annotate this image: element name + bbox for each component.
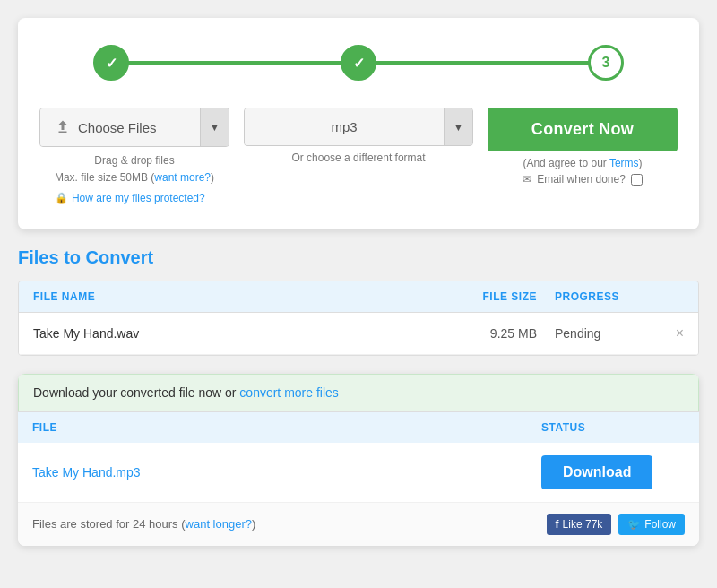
table-row: Take My Hand.wav 9.25 MB Pending × — [19, 313, 698, 355]
want-more-link[interactable]: want more? — [154, 171, 211, 184]
file-info: Drag & drop files Max. file size 50MB (w… — [55, 152, 214, 208]
lock-icon: 🔒 — [55, 190, 68, 207]
download-table-header: FILE STATUS — [18, 411, 699, 443]
title-accent: Convert — [86, 247, 154, 267]
format-select-wrapper: ▼ — [244, 108, 473, 146]
drag-drop-text: Drag & drop files — [55, 152, 214, 169]
files-table: FILE NAME FILE SIZE PROGRESS Take My Han… — [18, 281, 699, 356]
files-to-convert-section: Files to Convert FILE NAME FILE SIZE PRO… — [18, 247, 699, 356]
download-btn-label: Download — [563, 464, 631, 480]
download-file-link[interactable]: Take My Hand.mp3 — [32, 465, 141, 480]
file-name-cell: Take My Hand.wav — [33, 326, 456, 341]
step-1: ✓ — [93, 45, 129, 81]
download-button[interactable]: Download — [541, 455, 652, 489]
title-prefix: Files to — [18, 247, 86, 267]
download-notice: Download your converted file now or conv… — [18, 374, 699, 411]
convert-group: Convert Now (And agree to our Terms) ✉ E… — [488, 108, 678, 186]
format-dropdown-button[interactable]: ▼ — [444, 108, 472, 145]
twitter-follow-button[interactable]: 🐦 Follow — [618, 514, 685, 535]
terms-row: (And agree to our Terms) — [523, 157, 642, 169]
choose-files-button[interactable]: Choose Files — [40, 108, 200, 146]
converter-card: ✓ ✓ 3 Choose Files ▼ — [18, 18, 699, 229]
download-card: Download your converted file now or conv… — [18, 374, 699, 546]
step-line-1 — [127, 61, 342, 65]
step-line-2 — [375, 61, 590, 65]
storage-close: ) — [252, 517, 255, 531]
choose-files-wrapper: Choose Files ▼ — [39, 108, 229, 147]
step-2: ✓ — [341, 45, 376, 81]
files-section-title: Files to Convert — [18, 247, 699, 268]
convert-more-link[interactable]: convert more files — [239, 385, 338, 400]
step-3-label: 3 — [602, 55, 610, 71]
header-file: FILE — [32, 421, 541, 434]
upload-icon — [55, 119, 71, 135]
step-1-label: ✓ — [106, 55, 117, 72]
file-progress-cell: Pending — [537, 326, 662, 341]
fb-icon: f — [556, 518, 559, 531]
email-row: ✉ Email when done? — [523, 173, 643, 186]
email-icon: ✉ — [523, 173, 531, 186]
security-row: 🔒 How are my files protected? — [55, 190, 214, 207]
tw-follow-label: Follow — [644, 518, 676, 531]
format-group: ▼ Or choose a different format — [244, 108, 473, 164]
converter-row: Choose Files ▼ Drag & drop files Max. fi… — [39, 108, 678, 208]
want-longer-link[interactable]: want longer? — [186, 517, 252, 531]
header-file-name: FILE NAME — [33, 290, 456, 303]
step-3: 3 — [588, 45, 624, 81]
terms-link[interactable]: Terms — [609, 157, 639, 169]
download-status-cell: Download — [541, 455, 685, 489]
file-progress: Pending — [555, 326, 600, 341]
format-input[interactable] — [245, 108, 444, 145]
files-table-header: FILE NAME FILE SIZE PROGRESS — [19, 281, 698, 313]
social-buttons: f Like 77k 🐦 Follow — [547, 514, 685, 535]
fb-like-label: Like 77k — [563, 518, 603, 531]
terms-prefix: (And agree to our — [523, 157, 609, 169]
format-dropdown-arrow-icon: ▼ — [454, 121, 464, 134]
steps-container: ✓ ✓ 3 — [39, 36, 678, 90]
header-file-size: FILE SIZE — [456, 290, 537, 303]
email-checkbox[interactable] — [631, 174, 643, 186]
step-2-label: ✓ — [353, 55, 365, 72]
file-name: Take My Hand.wav — [33, 326, 139, 341]
max-size-row: Max. file size 50MB (want more?) — [55, 169, 214, 186]
facebook-like-button[interactable]: f Like 77k — [547, 514, 612, 535]
file-size: 9.25 MB — [490, 326, 537, 341]
header-status: STATUS — [541, 421, 685, 434]
download-row: Take My Hand.mp3 Download — [18, 443, 699, 503]
download-notice-text: Download your converted file now or — [33, 385, 239, 400]
tw-icon: 🐦 — [627, 518, 641, 531]
convert-btn-label: Convert Now — [531, 120, 634, 138]
storage-text: Files are stored for 24 hours ( — [32, 517, 186, 531]
file-input-group: Choose Files ▼ Drag & drop files Max. fi… — [39, 108, 229, 208]
storage-text-group: Files are stored for 24 hours (want long… — [32, 517, 255, 531]
choose-files-dropdown-arrow: ▼ — [210, 121, 220, 134]
convert-now-button[interactable]: Convert Now — [488, 108, 678, 151]
header-action-spacer — [662, 290, 684, 303]
choose-files-label: Choose Files — [78, 120, 157, 135]
storage-row: Files are stored for 24 hours (want long… — [18, 503, 699, 546]
security-label: How are my files protected? — [72, 190, 205, 207]
file-remove-button[interactable]: × — [662, 325, 684, 342]
header-progress: PROGRESS — [537, 290, 662, 303]
security-link[interactable]: 🔒 How are my files protected? — [55, 190, 214, 207]
choose-files-dropdown[interactable]: ▼ — [200, 108, 229, 146]
format-info: Or choose a different format — [291, 151, 425, 164]
file-size-cell: 9.25 MB — [456, 326, 537, 341]
max-size-text: Max. file size 50MB ( — [55, 171, 154, 184]
download-file-cell: Take My Hand.mp3 — [32, 465, 541, 480]
email-label: Email when done? — [537, 173, 626, 186]
or-choose-format-text: Or choose a different format — [291, 151, 425, 164]
